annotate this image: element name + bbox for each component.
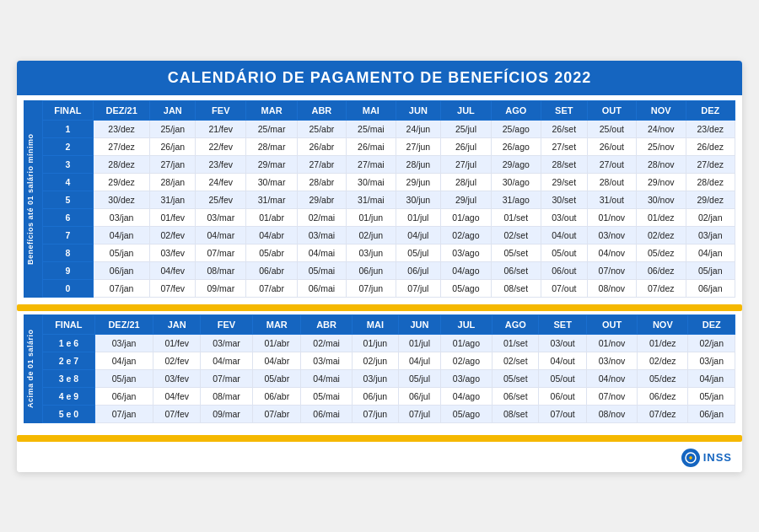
table-cell: 02/fev bbox=[153, 352, 200, 369]
table-cell: 02/mai bbox=[297, 208, 346, 226]
table-cell: 04/jan bbox=[686, 244, 735, 261]
table-cell: 4 e 9 bbox=[43, 387, 95, 405]
table-row: 603/jan01/fev03/mar01/abr02/mai01/jun01/… bbox=[43, 208, 735, 226]
table-cell: 05/jul bbox=[399, 369, 441, 387]
table-cell: 05/ago bbox=[440, 405, 492, 422]
table-cell: 04/mai bbox=[297, 244, 346, 261]
header-cell: JUN bbox=[396, 100, 441, 120]
table-cell: 27/jul bbox=[441, 155, 491, 173]
table-cell: 02/jan bbox=[688, 334, 735, 352]
table-cell: 02/mai bbox=[301, 334, 352, 352]
table-cell: 04/mai bbox=[301, 369, 352, 387]
table-cell: 01/dez bbox=[638, 334, 688, 352]
section2-label: Acima de 01 salário bbox=[24, 314, 42, 423]
table-cell: 07/nov bbox=[587, 261, 636, 279]
header-cell: JUL bbox=[441, 100, 491, 120]
table-cell: 27/dez bbox=[93, 137, 150, 155]
table-cell: 26/jul bbox=[441, 137, 491, 155]
table-cell: 30/ago bbox=[491, 173, 541, 191]
table-cell: 21/fev bbox=[196, 120, 246, 137]
table-cell: 28/nov bbox=[637, 155, 686, 173]
table-cell: 4 bbox=[43, 173, 94, 191]
table-cell: 03/jan bbox=[686, 226, 735, 244]
table-row: 530/dez31/jan25/fev31/mar29/abr31/mai30/… bbox=[43, 191, 735, 208]
table-cell: 07/jul bbox=[396, 279, 441, 297]
table-cell: 28/jul bbox=[441, 173, 491, 191]
header-cell: FEV bbox=[196, 100, 246, 120]
inss-icon-svg bbox=[685, 452, 697, 464]
table-cell: 31/mai bbox=[347, 191, 396, 208]
table-cell: 6 bbox=[43, 208, 94, 226]
table-cell: 02/ago bbox=[440, 352, 492, 369]
table-cell: 06/jan bbox=[688, 405, 735, 422]
table-cell: 05/mai bbox=[301, 387, 352, 405]
table-cell: 03/fev bbox=[153, 369, 200, 387]
table-cell: 06/jun bbox=[352, 387, 398, 405]
table-cell: 02/set bbox=[493, 352, 539, 369]
table-cell: 03/jan bbox=[94, 334, 153, 352]
table-cell: 02/jun bbox=[347, 226, 396, 244]
table-cell: 25/fev bbox=[196, 191, 246, 208]
header-cell: AGO bbox=[493, 314, 539, 334]
table-cell: 02/fev bbox=[150, 226, 196, 244]
table-cell: 05/jan bbox=[93, 244, 150, 261]
section2-header-row: FINALDEZ/21JANFEVMARABRMAIJUNJULAGOSETOU… bbox=[43, 314, 735, 334]
table-cell: 31/jan bbox=[150, 191, 196, 208]
table-cell: 07/jun bbox=[347, 279, 396, 297]
inss-circle-icon bbox=[681, 449, 700, 467]
table-cell: 25/abr bbox=[297, 120, 346, 137]
table-cell: 25/ago bbox=[491, 120, 541, 137]
table-cell: 04/mar bbox=[200, 352, 252, 369]
header-cell: JUN bbox=[399, 314, 441, 334]
header-cell: JAN bbox=[153, 314, 200, 334]
table-cell: 28/mar bbox=[246, 137, 297, 155]
table-cell: 09/mar bbox=[200, 405, 252, 422]
table-row: 007/jan07/fev09/mar07/abr06/mai07/jun07/… bbox=[43, 279, 735, 297]
table-cell: 06/jan bbox=[94, 387, 153, 405]
table-cell: 04/abr bbox=[246, 226, 297, 244]
table-cell: 06/jan bbox=[93, 261, 150, 279]
table-cell: 05/set bbox=[491, 244, 541, 261]
header-cell: MAI bbox=[352, 314, 398, 334]
table-cell: 01/dez bbox=[637, 208, 686, 226]
table-cell: 03/jan bbox=[688, 352, 735, 369]
table-cell: 05/ago bbox=[441, 279, 491, 297]
table-cell: 07/jan bbox=[94, 405, 153, 422]
table-cell: 06/set bbox=[493, 387, 539, 405]
table-cell: 07/fev bbox=[150, 279, 196, 297]
header-cell: DEZ/21 bbox=[94, 314, 153, 334]
gold-divider-bottom bbox=[17, 435, 742, 442]
table-cell: 24/fev bbox=[196, 173, 246, 191]
section1-header-row: FINALDEZ/21JANFEVMARABRMAIJUNJULAGOSETOU… bbox=[43, 100, 735, 120]
table-cell: 28/out bbox=[587, 173, 636, 191]
table-cell: 07/abr bbox=[253, 405, 301, 422]
header-cell: FINAL bbox=[43, 314, 95, 334]
header-cell: MAR bbox=[253, 314, 301, 334]
footer: INSS bbox=[17, 445, 742, 472]
table-cell: 23/dez bbox=[686, 120, 735, 137]
section1-wrap: Benefícios até 01 salário mínimo FINALDE… bbox=[24, 100, 735, 298]
table-cell: 28/jun bbox=[396, 155, 441, 173]
table-cell: 29/mar bbox=[246, 155, 297, 173]
table-cell: 04/out bbox=[539, 352, 586, 369]
section2-body: 1 e 603/jan01/fev03/mar01/abr02/mai01/ju… bbox=[43, 334, 735, 422]
table-row: 328/dez27/jan23/fev29/mar27/abr27/mai28/… bbox=[43, 155, 735, 173]
table-row: 4 e 906/jan04/fev08/mar06/abr05/mai06/ju… bbox=[43, 387, 735, 405]
table-cell: 07/out bbox=[539, 405, 586, 422]
table-cell: 8 bbox=[43, 244, 94, 261]
table-cell: 30/mar bbox=[246, 173, 297, 191]
section1-table-wrap: FINALDEZ/21JANFEVMARABRMAIJUNJULAGOSETOU… bbox=[42, 100, 735, 298]
table-cell: 06/jan bbox=[686, 279, 735, 297]
table-cell: 30/dez bbox=[93, 191, 150, 208]
table-cell: 5 e 0 bbox=[43, 405, 95, 422]
table-cell: 01/set bbox=[493, 334, 539, 352]
table-row: 906/jan04/fev08/mar06/abr05/mai06/jun06/… bbox=[43, 261, 735, 279]
table-cell: 05/abr bbox=[246, 244, 297, 261]
table-cell: 27/jan bbox=[150, 155, 196, 173]
table-cell: 07/nov bbox=[586, 387, 637, 405]
table-cell: 06/mai bbox=[297, 279, 346, 297]
table-cell: 28/dez bbox=[686, 173, 735, 191]
table-cell: 09/mar bbox=[196, 279, 246, 297]
header-cell: MAR bbox=[246, 100, 297, 120]
header-cell: OUT bbox=[587, 100, 636, 120]
